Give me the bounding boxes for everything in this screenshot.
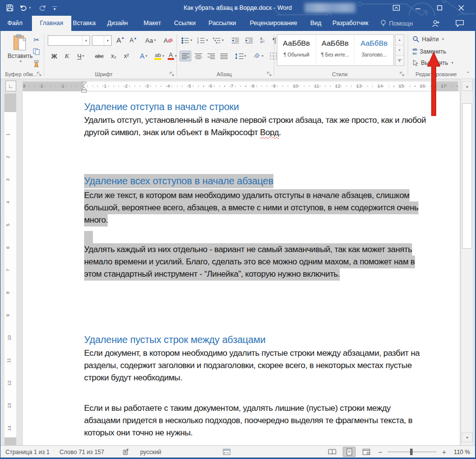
text-effects-button[interactable]: А▾	[136, 51, 151, 61]
scrollbar-thumb[interactable]	[462, 103, 472, 249]
collapse-ribbon-icon[interactable]: ⌃	[466, 71, 470, 76]
tab-home[interactable]: Главная	[32, 16, 71, 31]
strikethrough-button[interactable]: abc	[92, 51, 107, 61]
paste-button[interactable]: Вставить ▾	[6, 34, 34, 67]
tab-file[interactable]: Файл	[5, 16, 25, 31]
grow-font-button[interactable]: А▲	[115, 35, 126, 46]
scroll-up-icon[interactable]: ▲	[462, 81, 473, 91]
scroll-down-icon[interactable]: ▼	[462, 432, 473, 442]
horizontal-ruler[interactable]: 3211234567891011121314151617	[23, 82, 458, 91]
bold-button[interactable]: Ж	[49, 51, 60, 61]
style-heading1[interactable]: АаБбВв Заголово...	[355, 35, 393, 65]
customize-qat-icon[interactable]: —▾	[53, 5, 57, 10]
change-case-button[interactable]: Aa▾	[142, 35, 159, 46]
font-name-dropdown-icon[interactable]: ▾	[82, 36, 89, 45]
bullets-button[interactable]: ▾	[179, 35, 194, 46]
doc-heading-3[interactable]: Удаление пустых строк между абзацами	[84, 334, 428, 345]
tab-view[interactable]: Вид	[308, 16, 324, 31]
styles-dialog-launcher[interactable]	[400, 71, 406, 77]
close-icon[interactable]	[450, 0, 472, 16]
clear-formatting-button[interactable]: А	[162, 35, 175, 46]
ribbon-display-options-icon[interactable]	[386, 0, 407, 16]
styles-gallery-more-icon[interactable]: ▼	[395, 56, 404, 65]
font-size-dropdown-icon[interactable]: ▾	[104, 36, 111, 45]
shrink-font-button[interactable]: А▼	[127, 35, 139, 46]
paragraph-dialog-launcher[interactable]	[267, 71, 273, 77]
font-name-combo[interactable]: ▾	[48, 35, 90, 46]
decrease-indent-button[interactable]	[229, 35, 241, 46]
copy-button[interactable]	[31, 47, 42, 57]
line-spacing-button[interactable]: ▾	[233, 51, 248, 61]
underline-button[interactable]: Ч▾	[73, 51, 88, 61]
zoom-in-button[interactable]: +	[441, 448, 447, 456]
language-indicator[interactable]: русский	[140, 446, 161, 458]
indent-markers[interactable]	[81, 82, 87, 95]
doc-paragraph-1[interactable]: Удалить отступ, установленный в начале п…	[84, 114, 428, 139]
clipboard-dialog-launcher[interactable]	[37, 71, 43, 77]
undo-dropdown-icon[interactable]: ▾	[29, 6, 31, 10]
read-mode-button[interactable]	[326, 447, 338, 457]
justify-button[interactable]	[218, 51, 230, 61]
text-highlight-button[interactable]: ab ▾	[152, 51, 167, 61]
italic-button[interactable]: К	[61, 51, 72, 61]
word-count[interactable]: Слово 71 из 157	[60, 446, 104, 458]
zoom-out-button[interactable]: −	[377, 448, 383, 456]
tab-insert[interactable]: Вставка	[71, 16, 97, 31]
zoom-slider-thumb[interactable]	[410, 449, 413, 455]
subscript-button[interactable]: x₂	[108, 51, 119, 61]
tab-design[interactable]: Дизайн	[105, 16, 130, 31]
shading-button[interactable]: ▾	[250, 51, 266, 61]
tab-references[interactable]: Ссылки	[172, 16, 198, 31]
zoom-slider[interactable]	[387, 447, 437, 457]
style-no-spacing[interactable]: АаБбВв ¶ Без инте...	[316, 35, 355, 65]
styles-scroll-up-icon[interactable]: ▲	[395, 35, 404, 45]
align-right-button[interactable]	[205, 51, 217, 61]
align-center-button[interactable]	[192, 51, 204, 61]
tab-review[interactable]: Рецензирование	[248, 16, 299, 31]
vertical-ruler[interactable]: 1234567891011121314	[4, 93, 16, 445]
doc-paragraph-5[interactable]: Если и вы работаете с таким документом, …	[84, 402, 428, 439]
doc-paragraph-4[interactable]: Если документ, в котором необходимо удал…	[84, 347, 428, 384]
font-name-input[interactable]	[48, 36, 82, 45]
comments-button[interactable]	[455, 16, 464, 31]
web-layout-button[interactable]	[360, 447, 373, 457]
doc-heading-1[interactable]: Удаление отступа в начале строки	[84, 101, 428, 113]
font-size-input[interactable]	[92, 36, 104, 45]
style-normal[interactable]: АаБбВв ¶ Обычный	[277, 35, 316, 65]
cut-button[interactable]: ✂	[31, 35, 42, 45]
align-left-button[interactable]	[179, 51, 191, 61]
format-painter-button[interactable]	[31, 58, 42, 68]
find-button[interactable]: Найти▾	[413, 36, 444, 43]
minimize-icon[interactable]	[407, 0, 429, 16]
increase-indent-button[interactable]	[242, 35, 255, 46]
tab-mailings[interactable]: Рассылки	[207, 16, 238, 31]
selected-empty-line[interactable]	[84, 231, 93, 243]
doc-paragraph-2[interactable]: Если же текст, в котором вам необходимо …	[84, 189, 428, 226]
styles-scroll-down-icon[interactable]: ▼	[395, 45, 404, 56]
zoom-level[interactable]: 110 %	[451, 449, 470, 456]
font-size-combo[interactable]: ▾	[92, 35, 112, 46]
macro-recording-button[interactable]	[223, 446, 231, 458]
doc-paragraph-3[interactable]: Удалять каждый из них отдельно - вариант…	[84, 243, 428, 280]
page-indicator[interactable]: Страница 1 из 1	[5, 446, 50, 458]
redo-button[interactable]	[38, 4, 46, 11]
paste-dropdown-icon[interactable]: ▾	[20, 59, 22, 63]
print-layout-button[interactable]	[343, 447, 356, 457]
undo-button[interactable]: ▾	[20, 4, 31, 11]
tell-me-assistant[interactable]: Помощн	[380, 16, 413, 31]
tab-developer[interactable]: Разработчик	[330, 16, 370, 31]
document-page[interactable]: Удаление отступа в начале строки Удалить…	[23, 91, 460, 445]
sort-button[interactable]: АЯ ↓	[256, 35, 269, 46]
multilevel-list-button[interactable]: ▾	[211, 35, 226, 46]
tab-layout[interactable]: Макет	[142, 16, 163, 31]
save-icon[interactable]	[6, 4, 13, 11]
maximize-icon[interactable]	[429, 0, 450, 16]
proofing-status[interactable]	[122, 446, 130, 458]
font-dialog-launcher[interactable]	[170, 71, 176, 77]
share-button[interactable]	[431, 16, 440, 31]
tab-selector[interactable]: ∟	[5, 81, 16, 91]
doc-heading-2[interactable]: Удаление всех отступов в начале абзацев	[84, 175, 428, 187]
numbering-button[interactable]: 123 ▾	[195, 35, 210, 46]
superscript-button[interactable]: x²	[120, 51, 132, 61]
vertical-scrollbar[interactable]: ▲ ▼	[461, 79, 473, 445]
